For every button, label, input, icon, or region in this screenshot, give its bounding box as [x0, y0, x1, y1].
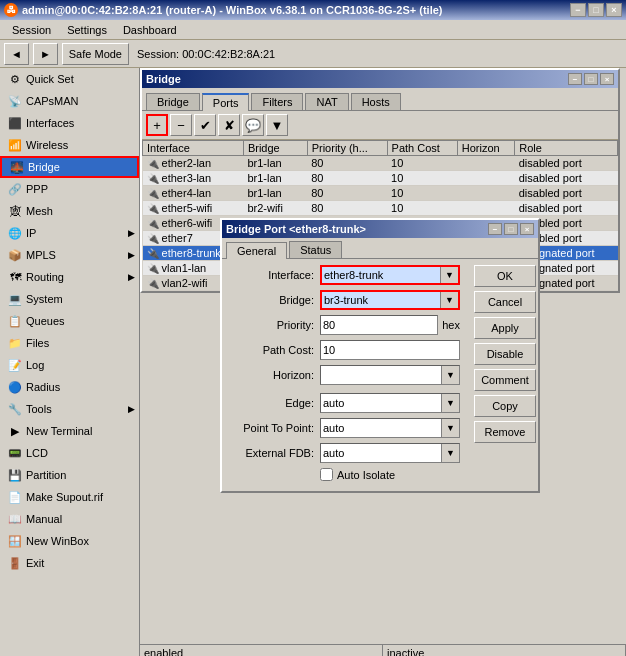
forward-btn[interactable]: ►	[33, 43, 58, 65]
maximize-btn[interactable]: □	[588, 3, 604, 17]
radius-icon: 🔵	[8, 380, 22, 394]
interface-select[interactable]: ether8-trunk ▼	[320, 265, 460, 285]
filter-btn[interactable]: ▼	[266, 114, 288, 136]
col-interface[interactable]: Interface	[143, 141, 244, 156]
ok-btn[interactable]: OK	[474, 265, 536, 287]
interface-label: Interface:	[230, 269, 320, 281]
col-priority[interactable]: Priority (h...	[307, 141, 387, 156]
bridge-min-btn[interactable]: −	[568, 73, 582, 85]
col-pathcost[interactable]: Path Cost	[387, 141, 457, 156]
horizon-dropdown-arrow[interactable]: ▼	[441, 366, 459, 384]
sidebar-item-new-terminal[interactable]: ▶ New Terminal	[0, 420, 139, 442]
sidebar-item-queues[interactable]: 📋 Queues	[0, 310, 139, 332]
interface-dropdown-arrow[interactable]: ▼	[440, 267, 458, 283]
bp-max-btn[interactable]: □	[504, 223, 518, 235]
ip-arrow: ▶	[128, 228, 135, 238]
sidebar-label-system: System	[26, 293, 63, 305]
sidebar-item-log[interactable]: 📝 Log	[0, 354, 139, 376]
table-row[interactable]: 🔌 ether5-wifibr2-wifi8010disabled port	[143, 201, 618, 216]
edge-dropdown-arrow[interactable]: ▼	[441, 394, 459, 412]
edge-select[interactable]: auto ▼	[320, 393, 460, 413]
sidebar-item-wireless[interactable]: 📶 Wireless	[0, 134, 139, 156]
tab-hosts[interactable]: Hosts	[351, 93, 401, 110]
tab-ports[interactable]: Ports	[202, 93, 250, 111]
menu-dashboard[interactable]: Dashboard	[115, 22, 185, 38]
remove-btn[interactable]: −	[170, 114, 192, 136]
sidebar-item-new-winbox[interactable]: 🪟 New WinBox	[0, 530, 139, 552]
bridge-dropdown-arrow[interactable]: ▼	[440, 292, 458, 308]
remove-btn2[interactable]: Remove	[474, 421, 536, 443]
sidebar-item-exit[interactable]: 🚪 Exit	[0, 552, 139, 574]
table-row[interactable]: 🔌 ether3-lanbr1-lan8010disabled port	[143, 171, 618, 186]
pathcost-input[interactable]	[320, 340, 460, 360]
priority-input[interactable]	[320, 315, 438, 335]
sidebar-item-tools[interactable]: 🔧 Tools ▶	[0, 398, 139, 420]
sidebar-item-files[interactable]: 📁 Files	[0, 332, 139, 354]
sidebar-item-routing[interactable]: 🗺 Routing ▶	[0, 266, 139, 288]
partition-icon: 💾	[8, 468, 22, 482]
disable-btn[interactable]: ✘	[218, 114, 240, 136]
col-role[interactable]: Role	[515, 141, 618, 156]
auto-isolate-label: Auto Isolate	[337, 469, 395, 481]
sidebar-item-manual[interactable]: 📖 Manual	[0, 508, 139, 530]
close-btn[interactable]: ×	[606, 3, 622, 17]
bp-tab-general[interactable]: General	[226, 242, 287, 259]
sidebar-item-lcd[interactable]: 📟 LCD	[0, 442, 139, 464]
safe-mode-btn[interactable]: Safe Mode	[62, 43, 129, 65]
comment-btn2[interactable]: Comment	[474, 369, 536, 391]
minimize-btn[interactable]: −	[570, 3, 586, 17]
sidebar-item-ppp[interactable]: 🔗 PPP	[0, 178, 139, 200]
pointtopoint-dropdown-arrow[interactable]: ▼	[441, 419, 459, 437]
quick-set-icon: ⚙	[8, 72, 22, 86]
col-bridge[interactable]: Bridge	[243, 141, 307, 156]
back-btn[interactable]: ◄	[4, 43, 29, 65]
table-row[interactable]: 🔌 ether4-lanbr1-lan8010disabled port	[143, 186, 618, 201]
routing-arrow: ▶	[128, 272, 135, 282]
sidebar-item-quick-set[interactable]: ⚙ Quick Set	[0, 68, 139, 90]
apply-btn[interactable]: Apply	[474, 317, 536, 339]
sidebar-label-partition: Partition	[26, 469, 66, 481]
sidebar-item-bridge[interactable]: 🌉 Bridge	[0, 156, 139, 178]
menu-settings[interactable]: Settings	[59, 22, 115, 38]
enable-btn[interactable]: ✔	[194, 114, 216, 136]
bridge-window-controls: − □ ×	[568, 73, 614, 85]
add-btn[interactable]: +	[146, 114, 168, 136]
sidebar-item-interfaces[interactable]: ⬛ Interfaces	[0, 112, 139, 134]
col-horizon[interactable]: Horizon	[457, 141, 514, 156]
tab-bridge[interactable]: Bridge	[146, 93, 200, 110]
bp-min-btn[interactable]: −	[488, 223, 502, 235]
sidebar-label-queues: Queues	[26, 315, 65, 327]
externalfdb-select[interactable]: auto ▼	[320, 443, 460, 463]
menu-session[interactable]: Session	[4, 22, 59, 38]
title-controls: − □ ×	[570, 3, 622, 17]
tab-filters[interactable]: Filters	[251, 93, 303, 110]
sidebar-item-mesh[interactable]: 🕸 Mesh	[0, 200, 139, 222]
sidebar-item-partition[interactable]: 💾 Partition	[0, 464, 139, 486]
bridge-select[interactable]: br3-trunk ▼	[320, 290, 460, 310]
bp-tab-status[interactable]: Status	[289, 241, 342, 258]
bp-close-btn[interactable]: ×	[520, 223, 534, 235]
bridge-max-btn[interactable]: □	[584, 73, 598, 85]
externalfdb-dropdown-arrow[interactable]: ▼	[441, 444, 459, 462]
horizon-select[interactable]: ▼	[320, 365, 460, 385]
sidebar-item-system[interactable]: 💻 System	[0, 288, 139, 310]
sidebar-item-make-supout[interactable]: 📄 Make Supout.rif	[0, 486, 139, 508]
auto-isolate-checkbox[interactable]	[320, 468, 333, 481]
bridge-close-btn[interactable]: ×	[600, 73, 614, 85]
cancel-btn[interactable]: Cancel	[474, 291, 536, 313]
sidebar-item-capsman[interactable]: 📡 CAPsMAN	[0, 90, 139, 112]
sidebar-item-radius[interactable]: 🔵 Radius	[0, 376, 139, 398]
sidebar-item-mpls[interactable]: 📦 MPLS ▶	[0, 244, 139, 266]
sidebar-item-ip[interactable]: 🌐 IP ▶	[0, 222, 139, 244]
queues-icon: 📋	[8, 314, 22, 328]
dialog-form: Interface: ether8-trunk ▼ Bridge: br3-tr…	[222, 259, 468, 491]
table-row[interactable]: 🔌 ether2-lanbr1-lan8010disabled port	[143, 156, 618, 171]
bridge-tab-bar: Bridge Ports Filters NAT Hosts	[142, 88, 618, 111]
pointtopoint-select[interactable]: auto ▼	[320, 418, 460, 438]
comment-btn[interactable]: 💬	[242, 114, 264, 136]
edge-label: Edge:	[230, 397, 320, 409]
bridge-port-controls: − □ ×	[488, 223, 534, 235]
copy-btn[interactable]: Copy	[474, 395, 536, 417]
tab-nat[interactable]: NAT	[305, 93, 348, 110]
disable-btn2[interactable]: Disable	[474, 343, 536, 365]
